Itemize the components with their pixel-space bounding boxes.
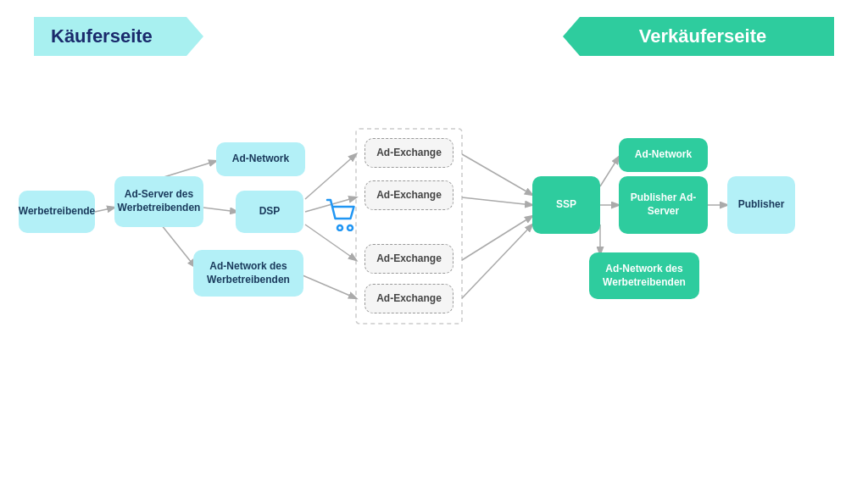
- adnetwork-werbetreibende-ssp-box: Ad-Network des Werbetreibenden: [589, 252, 699, 299]
- svg-line-1: [95, 208, 114, 212]
- svg-line-13: [600, 157, 619, 186]
- shopping-cart-icon: [325, 197, 362, 239]
- dsp-box: DSP: [236, 191, 303, 233]
- adnetwork-top-box: Ad-Network: [216, 142, 305, 176]
- verkaeuferseite-label: Verkäuferseite: [639, 25, 766, 47]
- svg-point-19: [348, 225, 353, 230]
- svg-line-12: [462, 225, 532, 298]
- svg-line-5: [305, 154, 356, 199]
- werbetreibende-box: Werbetreibende: [19, 191, 95, 233]
- diagram-container: Käuferseite Verkäuferseite: [0, 0, 868, 488]
- kaeuferseite-label: Käuferseite: [51, 25, 153, 47]
- svg-line-10: [462, 197, 532, 205]
- publisher-box: Publisher: [727, 176, 795, 234]
- kaeuferseite-arrow: Käuferseite: [34, 17, 203, 56]
- header-section: Käuferseite Verkäuferseite: [0, 0, 868, 56]
- diagram-area: Werbetreibende Ad-Server des Werbetreibe…: [0, 76, 868, 488]
- svg-point-18: [337, 225, 342, 230]
- svg-line-9: [462, 154, 532, 195]
- adexchange-1-box: Ad-Exchange: [364, 138, 453, 168]
- adnetwork-ssp-box: Ad-Network: [619, 138, 708, 172]
- svg-line-3: [203, 208, 237, 212]
- ssp-box: SSP: [532, 176, 600, 234]
- adexchange-2-box: Ad-Exchange: [364, 180, 453, 210]
- svg-line-11: [462, 216, 532, 260]
- svg-line-8: [297, 273, 356, 298]
- verkaeuferseite-arrow: Verkäuferseite: [563, 17, 834, 56]
- svg-line-4: [161, 225, 195, 267]
- svg-line-2: [161, 161, 216, 178]
- publisher-adserver-box: Publisher Ad-Server: [619, 176, 708, 234]
- adexchange-3-box: Ad-Exchange: [364, 244, 453, 274]
- adexchange-4-box: Ad-Exchange: [364, 284, 453, 313]
- adnetwork-werbetreibende-box: Ad-Network des Werbetreibenden: [193, 250, 303, 297]
- adserver-werbetreibende-box: Ad-Server des Werbetreibenden: [114, 176, 203, 227]
